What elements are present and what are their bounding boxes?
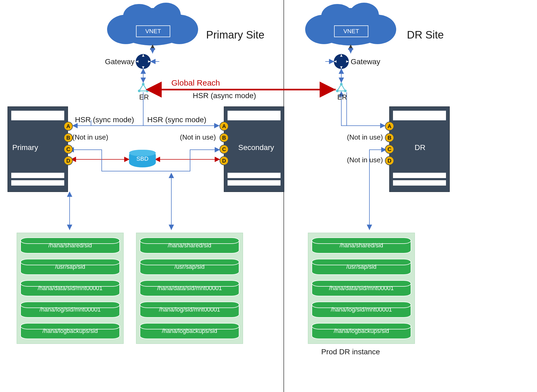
vnet-label: VNET	[145, 28, 161, 35]
vnet-label: VNET	[343, 28, 359, 35]
disk: /hana/shared/sid	[20, 237, 120, 253]
port-secondary-c: C	[220, 145, 229, 154]
disk: /hana/log/sid/mnt00001	[312, 302, 411, 318]
port-primary-c: C	[64, 145, 73, 154]
port-secondary-d: D	[220, 156, 229, 165]
port-dr-c: C	[385, 145, 394, 154]
server-slot	[11, 180, 64, 186]
disk: /hana/logbackups/sid	[140, 323, 239, 339]
storage-primary: /hana/shared/sid /usr/sap/sid /hana/data…	[17, 233, 124, 344]
disk: /hana/data/sid/mnt00001	[312, 280, 411, 296]
not-in-use-dr-b: (Not in use)	[347, 133, 383, 141]
er-label-dr: ER	[337, 93, 347, 101]
svg-point-14	[142, 83, 145, 86]
server-secondary: Secondary	[224, 106, 284, 192]
server-slot	[393, 173, 446, 178]
router-icon-dr	[334, 54, 349, 69]
server-secondary-label: Secondary	[238, 143, 281, 152]
disk: /hana/data/sid/mnt00001	[140, 280, 239, 296]
gateway-label-primary: Gateway	[105, 57, 135, 66]
hsr-sync-label-1: HSR (sync mode)	[75, 116, 134, 124]
server-slot	[393, 111, 446, 120]
er-label-primary: ER	[139, 93, 149, 101]
cloud-dr	[305, 3, 396, 45]
server-slot	[393, 180, 446, 186]
svg-point-9	[349, 3, 379, 27]
server-slot	[11, 111, 64, 120]
gateway-label-dr: Gateway	[351, 57, 380, 66]
disk: /hana/shared/sid	[140, 237, 239, 253]
svg-point-11	[334, 54, 349, 69]
svg-point-4	[151, 3, 181, 27]
primary-site-label: Primary Site	[206, 29, 264, 41]
architecture-diagram: Primary Site DR Site VNET VNET Gateway G…	[0, 0, 537, 392]
svg-point-16	[344, 90, 347, 92]
cloud-primary	[107, 3, 198, 45]
svg-point-3	[123, 4, 155, 28]
server-slot	[11, 173, 64, 178]
svg-point-10	[136, 54, 151, 69]
disk: /hana/log/sid/mnt00001	[20, 302, 120, 318]
global-reach-label: Global Reach	[171, 78, 220, 87]
hsr-sync-label-2: HSR (sync mode)	[147, 116, 206, 124]
vnet-box-dr: VNET	[334, 25, 368, 37]
not-in-use-primary-b: (Not in use)	[72, 133, 108, 141]
er-node-dr	[336, 83, 347, 92]
disk: /usr/sap/sid	[312, 259, 411, 275]
storage-dr: /hana/shared/sid /usr/sap/sid /hana/data…	[308, 233, 415, 344]
disk: /usr/sap/sid	[20, 259, 120, 275]
disk: /hana/data/sid/mnt00001	[20, 280, 120, 296]
port-primary-a: A	[64, 122, 73, 131]
port-secondary-a: A	[220, 122, 229, 131]
svg-point-12	[138, 90, 141, 92]
dr-instance-label: Prod DR instance	[321, 348, 380, 356]
disk: /hana/log/sid/mnt00001	[140, 302, 239, 318]
svg-point-15	[336, 90, 339, 92]
svg-point-13	[146, 90, 149, 92]
server-dr: DR	[389, 106, 450, 192]
server-slot	[228, 173, 281, 178]
disk: /usr/sap/sid	[140, 259, 239, 275]
server-slot	[228, 111, 281, 120]
server-primary: Primary	[7, 106, 68, 192]
vnet-box-primary: VNET	[136, 25, 170, 37]
not-in-use-secondary-b: (Not in use)	[180, 133, 216, 141]
dr-site-label: DR Site	[407, 29, 444, 41]
port-dr-a: A	[385, 122, 394, 131]
disk: /hana/shared/sid	[312, 237, 411, 253]
disk: /hana/logbackups/sid	[20, 323, 120, 339]
sbd-disk: SBD	[129, 150, 156, 167]
svg-point-17	[340, 83, 343, 86]
port-primary-d: D	[64, 156, 73, 165]
sbd-label: SBD	[136, 155, 148, 162]
server-dr-label: DR	[394, 143, 446, 152]
port-dr-d: D	[385, 156, 394, 165]
er-node-primary	[138, 83, 149, 92]
port-primary-b: B	[64, 133, 73, 142]
port-dr-b: B	[385, 133, 394, 142]
router-icon-primary	[136, 54, 151, 69]
hsr-async-label: HSR (async mode)	[193, 91, 256, 100]
storage-secondary: /hana/shared/sid /usr/sap/sid /hana/data…	[136, 233, 243, 344]
port-secondary-b: B	[220, 133, 229, 142]
svg-point-8	[321, 4, 353, 28]
not-in-use-dr-d: (Not in use)	[347, 156, 383, 164]
server-primary-label: Primary	[12, 143, 64, 152]
disk: /hana/logbackups/sid	[312, 323, 411, 339]
server-slot	[228, 180, 281, 186]
